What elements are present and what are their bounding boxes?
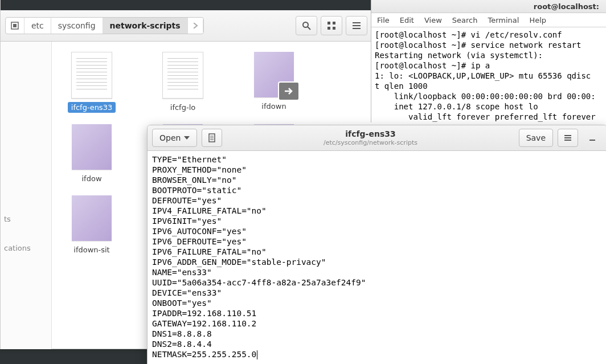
terminal-title: root@localhost: (371, 0, 606, 13)
terminal-menu-edit[interactable]: Edit (400, 16, 414, 24)
breadcrumb-etc[interactable]: etc (24, 18, 51, 34)
terminal-menu-file[interactable]: File (377, 16, 390, 24)
text-caret (257, 350, 257, 359)
file-item[interactable]: ifdown-sit (58, 195, 126, 255)
svg-rect-6 (327, 27, 330, 30)
breadcrumb-network-scripts[interactable]: network-scripts (103, 18, 188, 34)
file-label: ifdown-sit (70, 244, 113, 255)
save-button[interactable]: Save (519, 129, 553, 147)
terminal-menu-terminal[interactable]: Terminal (488, 16, 519, 24)
chevron-right-icon (193, 23, 198, 28)
breadcrumb-sysconfig[interactable]: sysconfig (51, 18, 103, 34)
minimize-icon (588, 134, 596, 142)
file-item[interactable]: ifdow (58, 124, 126, 184)
file-label: ifcfg-lo (167, 102, 199, 113)
text-file-icon (162, 52, 203, 99)
script-file-icon (72, 195, 112, 241)
terminal-menu-view[interactable]: View (424, 16, 442, 24)
minimize-button[interactable] (583, 129, 602, 146)
editor-filepath: /etc/sysconfig/network-scripts (227, 139, 514, 146)
svg-point-2 (303, 22, 308, 27)
hamburger-icon (563, 133, 572, 142)
view-grid-button[interactable] (321, 16, 342, 35)
svg-rect-1 (13, 24, 17, 27)
file-label: ifcfg-ens33 (68, 102, 116, 113)
breadcrumb-home[interactable] (6, 18, 24, 34)
file-label: ifdow (78, 173, 105, 184)
breadcrumb-forward[interactable] (188, 19, 203, 32)
document-icon (207, 133, 216, 142)
file-manager-sidebar: ts cations (1, 42, 52, 349)
file-item[interactable]: ifcfg-lo (149, 52, 217, 113)
view-list-button[interactable] (346, 16, 367, 35)
svg-line-3 (308, 27, 310, 30)
terminal-window: root@localhost: FileEditViewSearchTermin… (371, 0, 606, 122)
chevron-down-icon (184, 135, 190, 141)
file-manager-header: etc sysconfig network-scripts (1, 10, 372, 42)
list-icon (352, 21, 361, 30)
editor-header: Open ifcfg-ens33 /etc/sysconfig/network-… (148, 125, 606, 151)
text-file-icon (71, 52, 112, 99)
sidebar-hint: ts (1, 212, 51, 226)
home-icon (10, 21, 19, 30)
file-item[interactable]: ifdown (240, 52, 308, 113)
grid-icon (327, 21, 336, 30)
text-editor-window: Open ifcfg-ens33 /etc/sysconfig/network-… (147, 125, 606, 364)
file-item[interactable]: ifcfg-ens33 (58, 52, 126, 113)
new-doc-button[interactable] (202, 129, 222, 147)
sidebar-hint: cations (1, 242, 51, 255)
save-label: Save (526, 133, 546, 142)
search-button[interactable] (296, 16, 317, 35)
terminal-menu-search[interactable]: Search (452, 16, 478, 24)
breadcrumb: etc sysconfig network-scripts (5, 17, 204, 34)
svg-rect-7 (333, 27, 335, 30)
svg-rect-5 (333, 22, 335, 24)
terminal-menubar: FileEditViewSearchTerminalHelp (371, 13, 606, 27)
terminal-menu-help[interactable]: Help (529, 16, 546, 24)
file-label: ifdown (258, 101, 289, 112)
script-file-icon (72, 124, 112, 170)
open-label: Open (159, 133, 181, 142)
hamburger-button[interactable] (558, 129, 578, 147)
open-button[interactable]: Open (152, 129, 197, 147)
svg-rect-4 (327, 22, 330, 24)
symlink-overlay-icon (278, 81, 300, 101)
editor-textarea[interactable]: TYPE="Ethernet" PROXY_METHOD="none" BROW… (148, 151, 606, 364)
terminal-output[interactable]: [root@localhost ~]# vi /etc/resolv.conf … (371, 27, 606, 128)
script-file-icon (254, 52, 294, 97)
editor-title: ifcfg-ens33 /etc/sysconfig/network-scrip… (227, 129, 514, 146)
editor-filename: ifcfg-ens33 (227, 129, 514, 139)
search-icon (302, 21, 311, 30)
